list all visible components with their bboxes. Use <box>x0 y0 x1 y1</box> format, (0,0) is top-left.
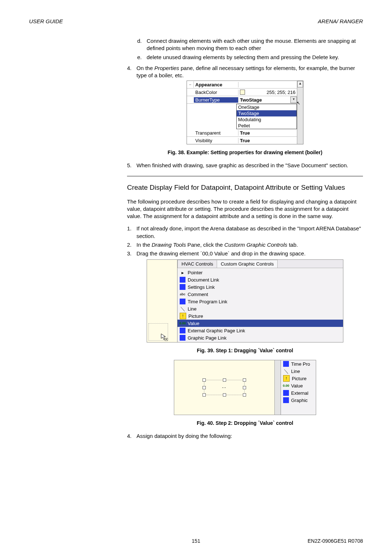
tool-graphic-page-link[interactable]: Graphic <box>281 397 316 404</box>
dropdown-option[interactable]: TwoStage <box>237 110 297 116</box>
prop-value: 255; 255; 216 <box>266 90 297 95</box>
figure-caption: Fig. 39. Step 1: Dragging ´Value` contro… <box>127 348 363 353</box>
property-row-burnertype[interactable]: BurnerType TwoStage ▾↖ <box>187 96 297 104</box>
line-icon: ＼ <box>180 306 185 312</box>
intro-paragraph: The following procedure describes how to… <box>127 198 363 220</box>
color-swatch <box>240 90 245 95</box>
burnertype-dropdown[interactable]: OneStage TwoStage Modulating Pellet <box>236 104 297 129</box>
tool-picture[interactable]: !Picture <box>281 375 316 382</box>
line-icon: ＼ <box>283 368 289 374</box>
prop-name: Transparent <box>194 130 238 136</box>
list-text: In the Drawing Tools Pane, click the Cus… <box>136 241 298 249</box>
term-drawing-tools: Drawing Tools <box>152 242 186 248</box>
link-icon <box>283 390 289 396</box>
list-marker: d. <box>137 37 147 52</box>
tool-document-link[interactable]: Document Link <box>177 276 343 283</box>
prop-name: Visibility <box>194 138 238 143</box>
tool-external-graphic-page-link[interactable]: External Graphic Page Link <box>177 327 343 334</box>
scrollbar[interactable]: ▲ <box>297 81 303 144</box>
list-text: If not already done, import the Arena da… <box>136 225 363 240</box>
figure-caption: Fig. 38. Example: Setting properties for… <box>127 149 363 155</box>
list-item: 2. In the Drawing Tools Pane, click the … <box>127 241 363 249</box>
dropped-value-element[interactable]: -- <box>204 380 245 395</box>
page-footer: 151 EN2Z-0906GE51 R0708 <box>29 538 363 544</box>
tool-external-graphic-page-link[interactable]: External <box>281 389 316 397</box>
tool-time-program-link[interactable]: Time Program Link <box>177 298 343 305</box>
tool-line[interactable]: ＼Line <box>177 305 343 312</box>
resize-handle[interactable] <box>203 378 206 382</box>
property-grid[interactable]: − Appearance BackColor 255; 255; 216 Bur… <box>187 81 303 144</box>
value-icon: 0.00 <box>283 383 289 389</box>
resize-handle[interactable] <box>203 393 206 397</box>
cursor-icon: ↖ <box>297 101 300 106</box>
tool-value[interactable]: 0.00Value <box>177 320 343 327</box>
list-item: d. Connect drawing elements with each ot… <box>137 37 363 52</box>
section-title: Create Display Field for Datapoint, Data… <box>127 184 363 192</box>
term-properties: Properties <box>154 65 179 71</box>
collapse-icon[interactable]: − <box>187 81 194 88</box>
figure-caption: Fig. 40. Step 2: Dropping ´Value` contro… <box>127 420 363 426</box>
tab-hvac-controls[interactable]: HVAC Controls <box>177 260 217 268</box>
scroll-up-icon[interactable]: ▲ <box>297 81 303 87</box>
tool-comment[interactable]: abcComment <box>177 291 343 298</box>
tool-pointer[interactable]: ▸Pointer <box>177 269 343 276</box>
list-text: delete unused drawing elements by select… <box>147 54 339 61</box>
link-icon <box>180 299 185 304</box>
tab-custom-graphic-controls[interactable]: Custom Graphic Controls <box>217 260 278 268</box>
resize-handle[interactable] <box>243 386 246 389</box>
tool-graphic-page-link[interactable]: Graphic Page Link <box>177 334 343 341</box>
property-row-backcolor[interactable]: BackColor 255; 255; 216 <box>187 89 297 96</box>
dropdown-option[interactable]: OneStage <box>237 104 297 110</box>
resize-handle[interactable] <box>223 393 226 397</box>
resize-handle[interactable] <box>203 386 206 389</box>
link-icon <box>180 328 185 333</box>
dropdown-option[interactable]: Modulating <box>237 116 297 123</box>
picture-icon: ! <box>180 313 186 319</box>
page-number: 151 <box>29 538 363 544</box>
header-right: ARENA/ RANGER <box>318 18 363 24</box>
prop-value: TwoStage <box>240 97 262 103</box>
section-divider <box>127 176 363 176</box>
link-icon <box>180 277 185 283</box>
tool-picture[interactable]: !Picture <box>177 312 343 320</box>
resize-handle[interactable] <box>243 378 246 382</box>
resize-handle[interactable] <box>243 393 246 397</box>
property-row-visibility[interactable]: Visibility True <box>187 137 297 144</box>
tool-time-program-link[interactable]: Time Pro <box>281 360 316 368</box>
drag-cursor-icon <box>160 333 168 341</box>
dropdown-option[interactable]: Pellet <box>237 123 297 129</box>
tool-settings-link[interactable]: Settings Link <box>177 283 343 291</box>
list-marker: 1. <box>127 225 136 240</box>
dropdown-button[interactable]: ▾↖ <box>290 97 297 103</box>
drag-ghost <box>148 323 168 341</box>
list-item: 4. Assign datapoint by doing the followi… <box>127 432 363 440</box>
list-marker: 4. <box>127 432 136 440</box>
prop-value: True <box>240 138 250 143</box>
tool-value[interactable]: 0.00Value <box>281 382 316 389</box>
list-marker: 5. <box>127 162 136 169</box>
prop-value: True <box>240 130 250 136</box>
resize-handle[interactable] <box>223 378 226 382</box>
property-row-transparent[interactable]: Transparent True <box>187 129 297 137</box>
term-custom-graphic-controls: Custorm Graphic Controls <box>224 242 287 248</box>
list-text: When finished with drawing, save graphic… <box>136 162 348 169</box>
property-category-row[interactable]: − Appearance <box>187 81 297 89</box>
list-marker: 4. <box>127 65 136 79</box>
list-marker: 3. <box>127 250 136 257</box>
tool-line[interactable]: ＼Line <box>281 368 316 375</box>
value-icon: 0.00 <box>180 320 185 326</box>
category-label: Appearance <box>194 82 238 87</box>
pointer-icon: ▸ <box>180 270 185 275</box>
toolbox-side: Time Pro ＼Line !Picture 0.00Value Extern… <box>281 360 316 415</box>
placeholder-dots: -- <box>222 384 227 390</box>
list-item: 1. If not already done, import the Arena… <box>127 225 363 240</box>
drawing-canvas[interactable] <box>147 260 177 342</box>
list-text: On the Properties pane, define all neces… <box>136 65 363 79</box>
link-icon <box>180 284 185 290</box>
drawing-canvas[interactable]: -- <box>174 360 274 415</box>
link-icon <box>180 335 185 341</box>
prop-name: BackColor <box>194 90 238 95</box>
scrollbar[interactable] <box>274 360 281 415</box>
drop-value-figure: -- Time Pro ＼Line !Picture 0.00Value <box>174 360 316 415</box>
list-marker: 2. <box>127 241 136 249</box>
